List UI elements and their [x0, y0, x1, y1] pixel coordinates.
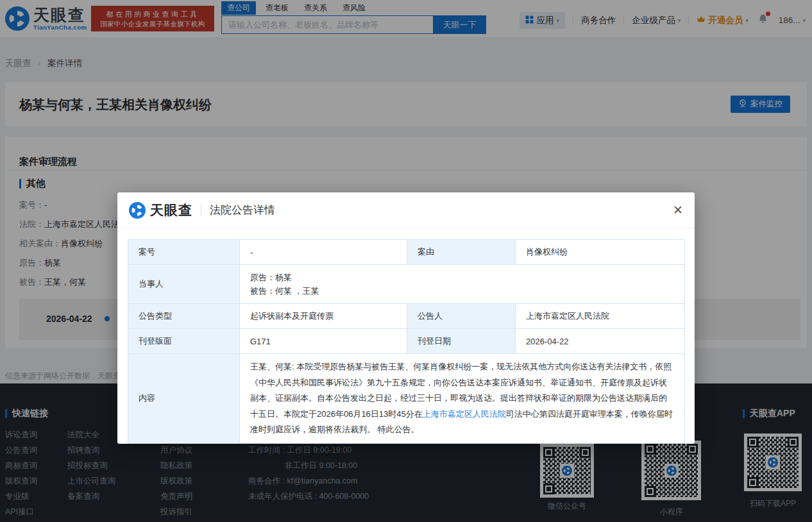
announcement-type-value: 起诉状副本及开庭传票: [240, 304, 407, 329]
table-row: 当事人 原告：杨某 被告：何某 ，王某: [128, 265, 685, 304]
table-row: 案号 - 案由 肖像权纠纷: [128, 240, 685, 265]
party-value: 原告：杨某 被告：何某 ，王某: [240, 265, 685, 304]
table-row: 公告类型 起诉状副本及开庭传票 公告人 上海市嘉定区人民法院: [128, 304, 685, 329]
content-value: 王某、何某: 本院受理原告杨某与被告王某、何某肖像权纠纷一案，现无法依其他方式向…: [240, 354, 685, 444]
party-label: 当事人: [128, 265, 240, 304]
announcer-label: 公告人: [407, 304, 516, 329]
announcement-table: 案号 - 案由 肖像权纠纷 当事人 原告：杨某 被告：何某 ，王某 公告类型 起…: [128, 239, 685, 444]
publish-date-value: 2026-04-22: [516, 329, 685, 354]
announcer-value: 上海市嘉定区人民法院: [516, 304, 685, 329]
cause-value: 肖像权纠纷: [516, 240, 685, 265]
court-link[interactable]: 上海市嘉定区人民法院: [423, 409, 506, 419]
case-no-label: 案号: [128, 240, 240, 265]
announcement-type-label: 公告类型: [128, 304, 240, 329]
party-defendant: 被告：何某 ，王某: [250, 284, 674, 298]
table-row: 内容 王某、何某: 本院受理原告杨某与被告王某、何某肖像权纠纷一案，现无法依其他…: [128, 354, 685, 444]
modal-brand-logo: 天眼查: [129, 201, 192, 219]
table-row: 刊登版面 G171 刊登日期 2026-04-22: [128, 329, 685, 354]
modal-title-divider: [201, 205, 201, 216]
case-no-value: -: [240, 240, 407, 265]
publish-page-value: G171: [240, 329, 407, 354]
content-label: 内容: [128, 354, 240, 444]
modal-header: 天眼查 法院公告详情 ✕: [117, 192, 695, 228]
modal-body: 案号 - 案由 肖像权纠纷 当事人 原告：杨某 被告：何某 ，王某 公告类型 起…: [117, 228, 695, 455]
cause-label: 案由: [407, 240, 516, 265]
modal-title: 法院公告详情: [210, 203, 275, 217]
publish-page-label: 刊登版面: [128, 329, 240, 354]
close-icon[interactable]: ✕: [673, 204, 683, 216]
party-plaintiff: 原告：杨某: [250, 271, 674, 284]
publish-date-label: 刊登日期: [407, 329, 516, 354]
modal-brand-name: 天眼查: [150, 201, 192, 219]
court-announcement-modal: 天眼查 法院公告详情 ✕ 案号 - 案由 肖像权纠纷 当事人 原告：杨某 被告：…: [117, 192, 695, 444]
